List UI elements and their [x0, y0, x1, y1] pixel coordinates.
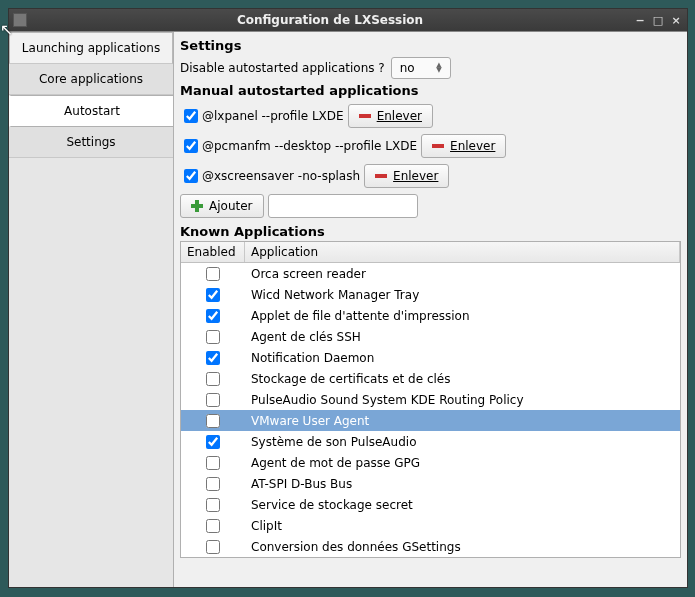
- table-row[interactable]: Orca screen reader: [181, 263, 680, 284]
- manual-item-command: @xscreensaver -no-splash: [202, 169, 360, 183]
- minus-icon: [375, 174, 387, 178]
- table-row[interactable]: VMware User Agent: [181, 410, 680, 431]
- enabled-checkbox[interactable]: [206, 372, 220, 386]
- cell-application: Stockage de certificats et de clés: [245, 372, 680, 386]
- cell-enabled: [181, 414, 245, 428]
- minus-icon: [432, 144, 444, 148]
- disable-autostart-label: Disable autostarted applications ?: [180, 61, 385, 75]
- cell-application: Service de stockage secret: [245, 498, 680, 512]
- maximize-button[interactable]: □: [651, 13, 665, 27]
- table-row[interactable]: AT-SPI D-Bus Bus: [181, 473, 680, 494]
- window-title: Configuration de LXSession: [27, 13, 633, 27]
- manual-item-checkbox[interactable]: [184, 169, 198, 183]
- cell-application: Conversion des données GSettings: [245, 540, 680, 554]
- disable-autostart-combobox[interactable]: no ▲▼: [391, 57, 451, 79]
- remove-button-label: Enlever: [393, 169, 438, 183]
- add-command-input[interactable]: [268, 194, 418, 218]
- manual-item: @xscreensaver -no-splashEnlever: [184, 164, 681, 188]
- table-row[interactable]: Service de stockage secret: [181, 494, 680, 515]
- cell-application: Agent de clés SSH: [245, 330, 680, 344]
- manual-item-checkbox[interactable]: [184, 109, 198, 123]
- remove-button[interactable]: Enlever: [421, 134, 506, 158]
- remove-button[interactable]: Enlever: [364, 164, 449, 188]
- minimize-button[interactable]: −: [633, 13, 647, 27]
- remove-button-label: Enlever: [377, 109, 422, 123]
- cell-enabled: [181, 372, 245, 386]
- enabled-checkbox[interactable]: [206, 309, 220, 323]
- remove-button[interactable]: Enlever: [348, 104, 433, 128]
- cell-enabled: [181, 498, 245, 512]
- manual-heading: Manual autostarted applications: [180, 83, 681, 98]
- col-application[interactable]: Application: [245, 242, 680, 262]
- main-window: Configuration de LXSession − □ × Launchi…: [8, 8, 688, 588]
- cell-application: Applet de file d'attente d'impression: [245, 309, 680, 323]
- cell-enabled: [181, 267, 245, 281]
- col-enabled[interactable]: Enabled: [181, 242, 245, 262]
- table-row[interactable]: Applet de file d'attente d'impression: [181, 305, 680, 326]
- add-button-label: Ajouter: [209, 199, 253, 213]
- table-row[interactable]: PulseAudio Sound System KDE Routing Poli…: [181, 389, 680, 410]
- combobox-value: no: [400, 61, 415, 75]
- table-row[interactable]: Système de son PulseAudio: [181, 431, 680, 452]
- enabled-checkbox[interactable]: [206, 456, 220, 470]
- known-heading: Known Applications: [180, 224, 681, 239]
- cell-application: PulseAudio Sound System KDE Routing Poli…: [245, 393, 680, 407]
- cell-enabled: [181, 309, 245, 323]
- manual-item-checkbox[interactable]: [184, 139, 198, 153]
- remove-button-label: Enlever: [450, 139, 495, 153]
- table-body: Orca screen readerWicd Network Manager T…: [181, 263, 680, 557]
- cell-enabled: [181, 288, 245, 302]
- cell-application: AT-SPI D-Bus Bus: [245, 477, 680, 491]
- sidebar: Launching applications Core applications…: [9, 32, 174, 587]
- cell-application: ClipIt: [245, 519, 680, 533]
- known-applications-table: Enabled Application Orca screen readerWi…: [180, 241, 681, 558]
- manual-item: @lxpanel --profile LXDEEnlever: [184, 104, 681, 128]
- enabled-checkbox[interactable]: [206, 477, 220, 491]
- cell-enabled: [181, 477, 245, 491]
- table-row[interactable]: Stockage de certificats et de clés: [181, 368, 680, 389]
- enabled-checkbox[interactable]: [206, 330, 220, 344]
- table-row[interactable]: Notification Daemon: [181, 347, 680, 368]
- table-row[interactable]: ClipIt: [181, 515, 680, 536]
- table-header: Enabled Application: [181, 242, 680, 263]
- tab-launching-applications[interactable]: Launching applications: [9, 32, 173, 64]
- enabled-checkbox[interactable]: [206, 435, 220, 449]
- cell-enabled: [181, 456, 245, 470]
- table-row[interactable]: Agent de clés SSH: [181, 326, 680, 347]
- close-button[interactable]: ×: [669, 13, 683, 27]
- table-row[interactable]: Wicd Network Manager Tray: [181, 284, 680, 305]
- manual-autostart-list: @lxpanel --profile LXDEEnlever@pcmanfm -…: [184, 104, 681, 188]
- table-row[interactable]: Conversion des données GSettings: [181, 536, 680, 557]
- enabled-checkbox[interactable]: [206, 414, 220, 428]
- tab-label: Settings: [66, 135, 115, 149]
- tab-core-applications[interactable]: Core applications: [9, 64, 173, 95]
- tab-label: Core applications: [39, 72, 143, 86]
- cell-enabled: [181, 351, 245, 365]
- tab-settings[interactable]: Settings: [9, 127, 173, 158]
- plus-icon: [191, 200, 203, 212]
- tab-label: Autostart: [64, 104, 120, 118]
- cell-application: Notification Daemon: [245, 351, 680, 365]
- enabled-checkbox[interactable]: [206, 351, 220, 365]
- manual-item: @pcmanfm --desktop --profile LXDEEnlever: [184, 134, 681, 158]
- settings-heading: Settings: [180, 38, 681, 53]
- app-icon: [13, 13, 27, 27]
- enabled-checkbox[interactable]: [206, 393, 220, 407]
- table-row[interactable]: Agent de mot de passe GPG: [181, 452, 680, 473]
- cell-enabled: [181, 540, 245, 554]
- titlebar[interactable]: Configuration de LXSession − □ ×: [9, 9, 687, 31]
- cell-enabled: [181, 519, 245, 533]
- manual-item-command: @lxpanel --profile LXDE: [202, 109, 344, 123]
- cell-application: Agent de mot de passe GPG: [245, 456, 680, 470]
- tab-autostart[interactable]: Autostart: [9, 95, 173, 127]
- cell-application: VMware User Agent: [245, 414, 680, 428]
- enabled-checkbox[interactable]: [206, 498, 220, 512]
- minus-icon: [359, 114, 371, 118]
- cell-application: Orca screen reader: [245, 267, 680, 281]
- cell-enabled: [181, 330, 245, 344]
- enabled-checkbox[interactable]: [206, 540, 220, 554]
- enabled-checkbox[interactable]: [206, 288, 220, 302]
- add-button[interactable]: Ajouter: [180, 194, 264, 218]
- enabled-checkbox[interactable]: [206, 267, 220, 281]
- enabled-checkbox[interactable]: [206, 519, 220, 533]
